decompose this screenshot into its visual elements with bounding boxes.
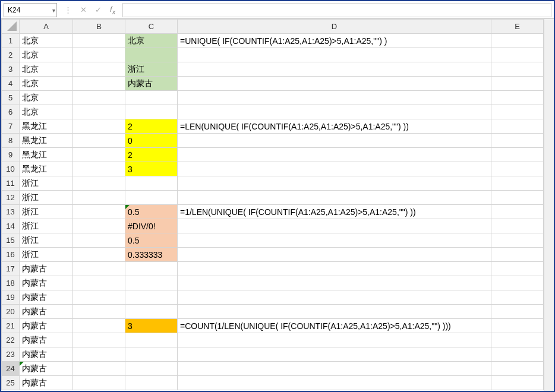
row-header-10[interactable]: 10: [2, 162, 20, 176]
cell-B23[interactable]: [73, 347, 125, 362]
cell-A7[interactable]: 黑龙江: [20, 119, 73, 134]
cell-C1[interactable]: 北京: [125, 34, 178, 48]
select-all-corner[interactable]: [2, 20, 20, 34]
name-box[interactable]: K24 ▾: [4, 3, 57, 17]
cell-C16[interactable]: 0.333333: [125, 248, 178, 262]
cell-B8[interactable]: [73, 134, 125, 148]
row-header-18[interactable]: 18: [2, 276, 20, 290]
cell-B10[interactable]: [73, 162, 125, 176]
cell-C6[interactable]: [125, 105, 178, 119]
spreadsheet-grid[interactable]: A B C D E 1北京北京=UNIQUE( IF(COUNTIF(A1:A2…: [1, 19, 544, 391]
cell-E3[interactable]: [491, 62, 544, 77]
cell-E4[interactable]: [491, 77, 544, 91]
cell-C22[interactable]: [125, 333, 178, 347]
cell-A24[interactable]: 内蒙古: [20, 362, 73, 376]
cell-E20[interactable]: [491, 305, 544, 319]
column-header-D[interactable]: D: [178, 20, 491, 34]
row-header-24[interactable]: 24: [2, 362, 20, 376]
cell-D4[interactable]: [178, 77, 491, 91]
cell-C12[interactable]: [125, 191, 178, 205]
cell-A13[interactable]: 浙江: [20, 205, 73, 219]
cell-A12[interactable]: 浙江: [20, 191, 73, 205]
cell-C10[interactable]: 3: [125, 162, 178, 176]
cell-D24[interactable]: [178, 362, 491, 376]
cell-A9[interactable]: 黑龙江: [20, 148, 73, 162]
cell-B22[interactable]: [73, 333, 125, 347]
row-header-23[interactable]: 23: [2, 347, 20, 362]
row-header-3[interactable]: 3: [2, 62, 20, 77]
cell-C24[interactable]: [125, 362, 178, 376]
cell-D5[interactable]: [178, 91, 491, 105]
cell-C5[interactable]: [125, 91, 178, 105]
cell-D22[interactable]: [178, 333, 491, 347]
cell-E16[interactable]: [491, 248, 544, 262]
cell-E13[interactable]: [491, 205, 544, 219]
cell-C14[interactable]: #DIV/0!: [125, 219, 178, 233]
cell-D25[interactable]: [178, 376, 491, 390]
cell-E5[interactable]: [491, 91, 544, 105]
cell-E23[interactable]: [491, 347, 544, 362]
row-header-9[interactable]: 9: [2, 148, 20, 162]
cell-A4[interactable]: 北京: [20, 77, 73, 91]
row-header-7[interactable]: 7: [2, 119, 20, 134]
cell-D12[interactable]: [178, 191, 491, 205]
cell-A19[interactable]: 内蒙古: [20, 290, 73, 305]
cell-C21[interactable]: 3: [125, 319, 178, 333]
cell-D13[interactable]: =1/LEN(UNIQUE( IF(COUNTIF(A1:A25,A1:A25)…: [178, 205, 491, 219]
cell-C3[interactable]: 浙江: [125, 62, 178, 77]
cell-B24[interactable]: [73, 362, 125, 376]
cell-E24[interactable]: [491, 362, 544, 376]
cell-B2[interactable]: [73, 48, 125, 62]
cell-B5[interactable]: [73, 91, 125, 105]
vertical-scrollbar[interactable]: [544, 19, 554, 391]
row-header-15[interactable]: 15: [2, 233, 20, 248]
cell-A1[interactable]: 北京: [20, 34, 73, 48]
cell-C7[interactable]: 2: [125, 119, 178, 134]
cell-D10[interactable]: [178, 162, 491, 176]
row-header-14[interactable]: 14: [2, 219, 20, 233]
cell-B13[interactable]: [73, 205, 125, 219]
cell-B9[interactable]: [73, 148, 125, 162]
cell-C4[interactable]: 内蒙古: [125, 77, 178, 91]
cell-C23[interactable]: [125, 347, 178, 362]
cell-E9[interactable]: [491, 148, 544, 162]
column-header-E[interactable]: E: [491, 20, 544, 34]
cell-D21[interactable]: =COUNT(1/LEN(UNIQUE( IF(COUNTIF(A1:A25,A…: [178, 319, 491, 333]
row-header-17[interactable]: 17: [2, 262, 20, 276]
cell-E15[interactable]: [491, 233, 544, 248]
row-header-20[interactable]: 20: [2, 305, 20, 319]
cell-D23[interactable]: [178, 347, 491, 362]
cell-A25[interactable]: 内蒙古: [20, 376, 73, 390]
cell-D17[interactable]: [178, 262, 491, 276]
row-header-4[interactable]: 4: [2, 77, 20, 91]
cell-B25[interactable]: [73, 376, 125, 390]
column-header-C[interactable]: C: [125, 20, 178, 34]
cell-E22[interactable]: [491, 333, 544, 347]
cell-B1[interactable]: [73, 34, 125, 48]
row-header-22[interactable]: 22: [2, 333, 20, 347]
dropdown-icon[interactable]: ▾: [52, 7, 55, 13]
cell-B6[interactable]: [73, 105, 125, 119]
cell-D2[interactable]: [178, 48, 491, 62]
row-header-11[interactable]: 11: [2, 176, 20, 191]
cell-A21[interactable]: 内蒙古: [20, 319, 73, 333]
cell-E25[interactable]: [491, 376, 544, 390]
row-header-6[interactable]: 6: [2, 105, 20, 119]
cell-B19[interactable]: [73, 290, 125, 305]
cell-E18[interactable]: [491, 276, 544, 290]
cell-A16[interactable]: 浙江: [20, 248, 73, 262]
cell-C25[interactable]: [125, 376, 178, 390]
cell-A14[interactable]: 浙江: [20, 219, 73, 233]
cell-B14[interactable]: [73, 219, 125, 233]
cell-B18[interactable]: [73, 276, 125, 290]
cell-A3[interactable]: 北京: [20, 62, 73, 77]
cancel-icon[interactable]: ✕: [80, 5, 87, 14]
cell-B17[interactable]: [73, 262, 125, 276]
cell-D11[interactable]: [178, 176, 491, 191]
cell-A23[interactable]: 内蒙古: [20, 347, 73, 362]
column-header-A[interactable]: A: [20, 20, 73, 34]
fx-icon[interactable]: fx: [110, 5, 115, 15]
cell-D1[interactable]: =UNIQUE( IF(COUNTIF(A1:A25,A1:A25)>5,A1:…: [178, 34, 491, 48]
cell-E1[interactable]: [491, 34, 544, 48]
cell-B12[interactable]: [73, 191, 125, 205]
